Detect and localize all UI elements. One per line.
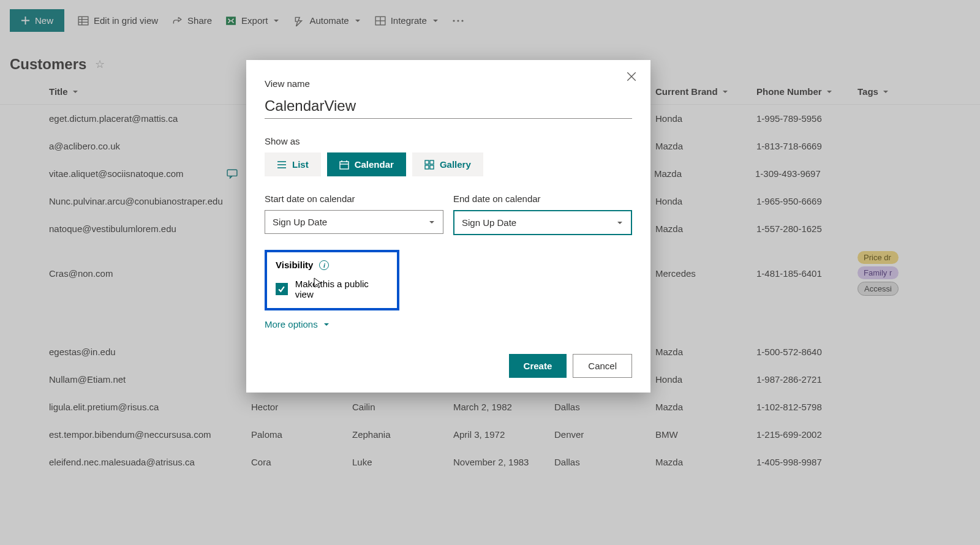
svg-rect-21 <box>425 160 429 164</box>
view-name-label: View name <box>265 78 632 89</box>
cancel-button[interactable]: Cancel <box>573 354 632 378</box>
public-view-checkbox[interactable] <box>276 283 288 295</box>
checkmark-icon <box>277 285 285 293</box>
close-icon <box>626 71 637 82</box>
show-as-gallery[interactable]: Gallery <box>412 152 483 176</box>
svg-rect-23 <box>425 165 429 169</box>
chevron-down-icon <box>428 219 435 226</box>
svg-rect-17 <box>340 162 349 169</box>
info-icon[interactable]: i <box>319 260 329 270</box>
end-date-dropdown[interactable]: Sign Up Date <box>453 210 632 235</box>
svg-rect-24 <box>430 165 434 169</box>
view-name-input[interactable] <box>265 95 632 119</box>
public-view-label: Make this a public view <box>295 279 388 299</box>
close-button[interactable] <box>626 71 637 85</box>
cursor-icon <box>314 277 322 288</box>
show-as-calendar[interactable]: Calendar <box>327 152 406 176</box>
chevron-down-icon <box>616 219 624 227</box>
gallery-icon <box>424 160 434 170</box>
show-as-label: Show as <box>265 136 632 146</box>
create-view-dialog: View name Show as List Calendar Gallery … <box>246 60 650 393</box>
chevron-down-icon <box>323 321 330 328</box>
start-date-dropdown[interactable]: Sign Up Date <box>265 210 443 234</box>
more-options-link[interactable]: More options <box>265 319 632 329</box>
calendar-icon <box>339 160 349 170</box>
start-date-label: Start date on calendar <box>265 194 443 204</box>
list-icon <box>277 160 287 169</box>
show-as-list[interactable]: List <box>265 152 321 176</box>
visibility-section: Visibility i Make this a public view <box>265 250 399 310</box>
end-date-label: End date on calendar <box>453 194 632 204</box>
visibility-label: Visibility <box>276 260 313 270</box>
svg-rect-22 <box>430 160 434 164</box>
create-button[interactable]: Create <box>509 354 567 378</box>
